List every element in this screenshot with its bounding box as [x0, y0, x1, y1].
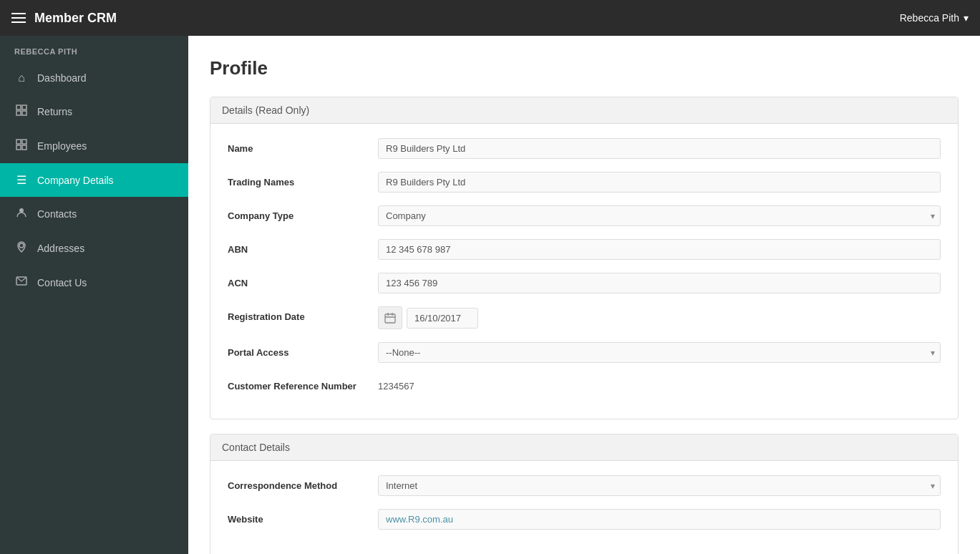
company-details-icon: ☰ — [14, 173, 29, 187]
acn-row: ACN — [228, 273, 941, 293]
abn-input[interactable] — [378, 239, 941, 260]
sidebar-user-label: Rebecca Pith — [0, 36, 188, 62]
company-type-select[interactable]: Company Individual Partnership — [378, 205, 941, 226]
company-type-select-wrapper: Company Individual Partnership ▾ — [378, 205, 941, 226]
app-brand: Member CRM — [34, 11, 117, 26]
website-label: Website — [228, 509, 378, 525]
navbar: Member CRM Rebecca Pith ▾ — [0, 0, 980, 36]
registration-date-label: Registration Date — [228, 306, 378, 322]
correspondence-label: Correspondence Method — [228, 475, 378, 491]
svg-rect-3 — [22, 111, 26, 115]
contact-details-section-header: Contact Details — [210, 434, 958, 461]
acn-input[interactable] — [378, 273, 941, 293]
svg-point-8 — [19, 208, 24, 213]
abn-label: ABN — [228, 239, 378, 255]
sidebar-item-label: Dashboard — [37, 72, 87, 84]
sidebar: Rebecca Pith ⌂ Dashboard Returns — [0, 36, 188, 554]
sidebar-item-dashboard[interactable]: ⌂ Dashboard — [0, 62, 188, 94]
sidebar-item-label: Company Details — [37, 175, 114, 186]
sidebar-item-label: Employees — [37, 140, 87, 152]
trading-names-input[interactable] — [378, 172, 941, 193]
name-row: Name — [228, 138, 941, 159]
sidebar-item-label: Addresses — [37, 243, 84, 254]
app-layout: Rebecca Pith ⌂ Dashboard Returns — [0, 36, 980, 554]
correspondence-select-wrapper: Internet Email Post Phone ▾ — [378, 475, 941, 496]
contacts-icon — [14, 207, 29, 221]
hamburger-icon[interactable] — [11, 13, 26, 23]
returns-icon — [14, 105, 29, 119]
acn-label: ACN — [228, 273, 378, 288]
registration-date-row: Registration Date — [228, 306, 941, 329]
trading-names-row: Trading Names — [228, 172, 941, 193]
svg-point-9 — [19, 243, 24, 248]
details-section-body: Name Trading Names Company Type Company … — [210, 124, 958, 419]
sidebar-item-addresses[interactable]: Addresses — [0, 231, 188, 266]
customer-ref-value: 1234567 — [378, 376, 414, 392]
svg-rect-2 — [16, 111, 21, 115]
sidebar-item-company-details[interactable]: ☰ Company Details — [0, 163, 188, 197]
svg-rect-0 — [16, 105, 21, 110]
portal-access-select-wrapper: --None-- Full Access Read Only ▾ — [378, 342, 941, 363]
svg-rect-4 — [16, 140, 21, 144]
contact-details-section-body: Correspondence Method Internet Email Pos… — [210, 461, 958, 554]
contact-us-icon — [14, 276, 29, 290]
trading-names-label: Trading Names — [228, 172, 378, 188]
sidebar-item-returns[interactable]: Returns — [0, 94, 188, 129]
customer-ref-row: Customer Reference Number 1234567 — [228, 376, 941, 392]
svg-rect-6 — [16, 145, 21, 150]
addresses-icon — [14, 241, 29, 256]
name-label: Name — [228, 138, 378, 154]
calendar-icon-button[interactable] — [378, 306, 402, 329]
details-section-header: Details (Read Only) — [210, 97, 958, 124]
svg-rect-1 — [22, 105, 26, 110]
sidebar-item-contact-us[interactable]: Contact Us — [0, 266, 188, 300]
user-menu[interactable]: Rebecca Pith ▾ — [900, 12, 969, 24]
name-input[interactable] — [378, 138, 941, 159]
website-row: Website — [228, 509, 941, 530]
sidebar-item-contacts[interactable]: Contacts — [0, 197, 188, 231]
sidebar-item-label: Contact Us — [37, 277, 87, 288]
correspondence-row: Correspondence Method Internet Email Pos… — [228, 475, 941, 496]
customer-ref-label: Customer Reference Number — [228, 376, 378, 392]
user-dropdown-icon: ▾ — [964, 12, 969, 24]
website-input[interactable] — [378, 509, 941, 530]
portal-access-select[interactable]: --None-- Full Access Read Only — [378, 342, 941, 363]
employees-icon — [14, 139, 29, 153]
navbar-left: Member CRM — [11, 11, 117, 26]
contact-details-section: Contact Details Correspondence Method In… — [210, 434, 959, 554]
page-title: Profile — [210, 57, 959, 79]
svg-rect-11 — [385, 314, 395, 323]
details-section: Details (Read Only) Name Trading Names C… — [210, 97, 959, 419]
registration-date-wrapper — [378, 306, 478, 329]
correspondence-select[interactable]: Internet Email Post Phone — [378, 475, 941, 496]
svg-rect-5 — [22, 140, 26, 144]
company-type-label: Company Type — [228, 205, 378, 221]
sidebar-item-employees[interactable]: Employees — [0, 129, 188, 163]
abn-row: ABN — [228, 239, 941, 260]
main-content: Profile Details (Read Only) Name Trading… — [188, 36, 980, 554]
registration-date-input[interactable] — [407, 308, 478, 329]
portal-access-row: Portal Access --None-- Full Access Read … — [228, 342, 941, 363]
sidebar-item-label: Returns — [37, 106, 72, 117]
sidebar-item-label: Contacts — [37, 208, 77, 220]
home-icon: ⌂ — [14, 72, 29, 84]
company-type-row: Company Type Company Individual Partners… — [228, 205, 941, 226]
svg-rect-7 — [22, 145, 26, 150]
portal-access-label: Portal Access — [228, 342, 378, 358]
user-name: Rebecca Pith — [900, 12, 959, 24]
